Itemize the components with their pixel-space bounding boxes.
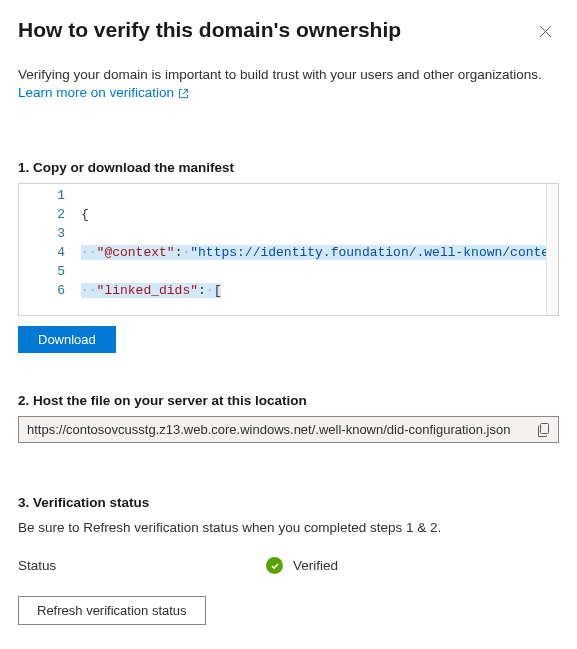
host-location-field: https://contosovcusstg.z13.web.core.wind… bbox=[18, 416, 559, 443]
verified-check-icon bbox=[266, 557, 283, 574]
intro-text: Verifying your domain is important to bu… bbox=[18, 67, 542, 82]
learn-more-text: Learn more on verification bbox=[18, 84, 174, 102]
copy-icon[interactable] bbox=[537, 423, 550, 437]
manifest-code-editor[interactable]: 1 2 3 4 5 6 { ··"@context":·"https://ide… bbox=[18, 183, 559, 316]
refresh-hint: Be sure to Refresh verification status w… bbox=[18, 520, 559, 535]
learn-more-link[interactable]: Learn more on verification bbox=[18, 84, 189, 102]
line-gutter: 1 2 3 4 5 6 bbox=[19, 184, 81, 315]
section-1-title: 1. Copy or download the manifest bbox=[18, 160, 559, 175]
status-value: Verified bbox=[293, 558, 338, 573]
vertical-scrollbar[interactable] bbox=[546, 184, 558, 315]
refresh-status-button[interactable]: Refresh verification status bbox=[18, 596, 206, 625]
close-icon bbox=[539, 24, 552, 41]
status-label: Status bbox=[18, 558, 266, 573]
page-title: How to verify this domain's ownership bbox=[18, 18, 401, 42]
code-content: { ··"@context":·"https://identity.founda… bbox=[81, 184, 558, 315]
external-link-icon bbox=[178, 88, 189, 99]
host-location-value: https://contosovcusstg.z13.web.core.wind… bbox=[27, 422, 510, 437]
download-button[interactable]: Download bbox=[18, 326, 116, 353]
section-2-title: 2. Host the file on your server at this … bbox=[18, 393, 559, 408]
close-button[interactable] bbox=[531, 18, 559, 46]
section-3-title: 3. Verification status bbox=[18, 495, 559, 510]
svg-rect-0 bbox=[541, 423, 549, 433]
